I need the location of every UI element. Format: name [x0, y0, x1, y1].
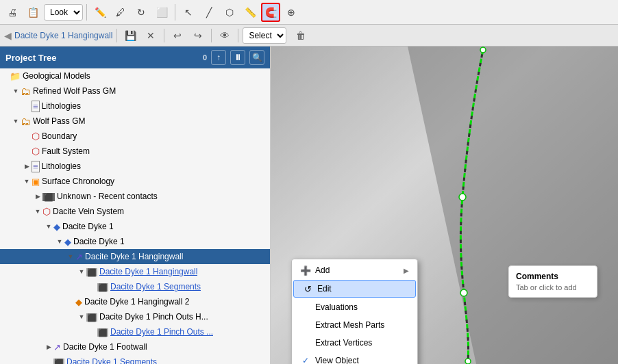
view-btn[interactable]: 👁	[216, 27, 234, 44]
tb-btn-rotate[interactable]: ↻	[132, 3, 151, 22]
tree-item-lithologies-1[interactable]: ≡Lithologies	[0, 99, 270, 114]
viewport-panel[interactable]: ➕ Add ▶ ↺ Edit Evaluations Extract Mesh …	[271, 47, 618, 364]
label-dacite-segments: Dacite Dyke 1 Segments	[110, 282, 201, 291]
tree-item-wolf-pass[interactable]: ▼🗂Wolf Pass GM	[0, 114, 270, 129]
tree-item-fault-system[interactable]: ⬡Fault System	[0, 144, 270, 159]
label-dacite-pinch-h: Dacite Dyke 1 Pinch Outs H...	[99, 312, 208, 322]
cm-eval-label: Evaluations	[315, 302, 358, 312]
tb-btn-print[interactable]: 🖨	[3, 3, 22, 22]
tree-item-unknown-recent[interactable]: ▶⬛Unknown - Recent contacts	[0, 189, 270, 204]
tb-btn-cursor[interactable]: ↖	[179, 3, 198, 22]
tree-up-btn[interactable]: ↑	[211, 50, 226, 65]
icon-boundary: ⬡	[32, 131, 40, 142]
tb-btn-rect[interactable]: ⬜	[152, 3, 171, 22]
look-select[interactable]: Look	[44, 4, 83, 21]
cm-add[interactable]: ➕ Add ▶	[292, 261, 417, 279]
label-dacite-hangingwall-child: Dacite Dyke 1 Hangingwall	[99, 267, 197, 276]
viewport[interactable]: ➕ Add ▶ ↺ Edit Evaluations Extract Mesh …	[271, 47, 618, 364]
cm-evaluations[interactable]: Evaluations	[292, 298, 417, 316]
back-arrow-icon[interactable]: ◀	[4, 30, 12, 41]
cm-extract-mesh[interactable]: Extract Mesh Parts	[292, 316, 417, 334]
cm-view-label: View Object	[315, 356, 359, 364]
expand-refined-wolf[interactable]: ▼	[11, 86, 21, 96]
expand-placeholder-dacite-segments	[88, 282, 97, 291]
expand-placeholder-fault-system	[22, 146, 32, 156]
save-btn[interactable]: 💾	[121, 27, 139, 44]
icon-refined-wolf: 🗂	[21, 86, 31, 97]
expand-dacite-dyke-1a[interactable]: ▼	[44, 222, 53, 231]
tb-btn-line[interactable]: ╱	[199, 3, 219, 22]
expand-dacite-footwall[interactable]: ▶	[44, 342, 53, 352]
tree-item-boundary[interactable]: ⬡Boundary	[0, 129, 270, 144]
tree-pause-btn[interactable]: ⏸	[230, 50, 245, 65]
label-unknown-recent: Unknown - Recent contacts	[57, 192, 158, 201]
tb-btn-extra[interactable]: ⊕	[282, 3, 301, 22]
tb-btn-poly[interactable]: ⬡	[220, 3, 239, 22]
tb-btn-pencil[interactable]: 🖊	[111, 3, 130, 22]
expand-dacite-hangingwall-child[interactable]: ▼	[77, 267, 86, 276]
label-dacite-hangingwall: Dacite Dyke 1 Hangingwall	[85, 252, 183, 261]
et-sep-4	[238, 29, 238, 42]
edit-toolbar: ◀ Dacite Dyke 1 Hangingwall 💾 ✕ ↩ ↪ 👁 Se…	[0, 25, 618, 47]
tree-item-dacite-vein[interactable]: ▼⬡Dacite Vein System	[0, 204, 270, 219]
close-btn[interactable]: ✕	[142, 27, 160, 44]
tree-item-dacite-segments[interactable]: ⬛Dacite Dyke 1 Segments	[0, 279, 270, 294]
expand-wolf-pass[interactable]: ▼	[11, 116, 21, 126]
et-sep-2	[164, 29, 164, 42]
redo-btn[interactable]: ↪	[189, 27, 207, 44]
tree-search-btn[interactable]: 🔍	[249, 50, 264, 65]
cm-edit-icon: ↺	[302, 284, 313, 294]
tb-btn-draw[interactable]: ✏️	[90, 3, 110, 22]
tree-item-dacite-hangingwall-child[interactable]: ▼⬛Dacite Dyke 1 Hangingwall	[0, 264, 270, 279]
expand-lithologies-2[interactable]: ▶	[22, 161, 32, 171]
select-mode[interactable]: Select	[243, 27, 286, 44]
delete-btn[interactable]: 🗑	[292, 27, 310, 44]
expand-dacite-vein[interactable]: ▼	[33, 207, 42, 216]
tree-item-dacite-segments-2[interactable]: ⬛Dacite Dyke 1 Segments	[0, 354, 270, 364]
tb-btn-magnet[interactable]: 🧲	[261, 3, 280, 22]
label-dacite-dyke-1b: Dacite Dyke 1	[73, 237, 125, 246]
project-tree-panel: Project Tree 0 ↑ ⏸ 🔍 📁Geological Models▼…	[0, 47, 271, 364]
expand-surface-chron[interactable]: ▼	[22, 177, 32, 186]
expand-dacite-hangingwall[interactable]: ▼	[66, 252, 75, 261]
tree-item-dacite-pinch-h[interactable]: ▼⬛Dacite Dyke 1 Pinch Outs H...	[0, 309, 270, 324]
icon-lithologies-1: ≡	[32, 101, 40, 112]
tb-btn-copy[interactable]: 📋	[23, 3, 42, 22]
expand-unknown-recent[interactable]: ▶	[33, 192, 42, 201]
label-boundary: Boundary	[42, 131, 77, 141]
expand-dacite-pinch-h[interactable]: ▼	[77, 312, 86, 322]
label-fault-system: Fault System	[42, 146, 90, 156]
cm-edit[interactable]: ↺ Edit	[293, 280, 416, 298]
label-lithologies-2: Lithologies	[42, 161, 81, 171]
tree-item-geological-models[interactable]: 📁Geological Models	[0, 68, 270, 83]
cm-extract-vertices[interactable]: Extract Vertices	[292, 334, 417, 352]
icon-fault-system: ⬡	[32, 146, 40, 157]
label-dacite-pinch-child: Dacite Dyke 1 Pinch Outs ...	[110, 327, 213, 337]
label-wolf-pass: Wolf Pass GM	[33, 116, 85, 126]
tree-item-lithologies-2[interactable]: ▶≡Lithologies	[0, 159, 270, 174]
context-menu: ➕ Add ▶ ↺ Edit Evaluations Extract Mesh …	[291, 259, 418, 364]
label-refined-wolf: Refined Wolf Pass GM	[33, 86, 116, 96]
tree-item-dacite-footwall[interactable]: ▶↗Dacite Dyke 1 Footwall	[0, 339, 270, 354]
tree-item-dacite-dyke-1b[interactable]: ▼◆Dacite Dyke 1	[0, 234, 270, 249]
tree-item-refined-wolf[interactable]: ▼🗂Refined Wolf Pass GM	[0, 83, 270, 99]
cm-view-icon: ✓	[300, 356, 311, 364]
expand-placeholder-boundary	[22, 131, 32, 141]
expand-placeholder-dacite-pinch-child	[88, 327, 97, 337]
label-lithologies-1: Lithologies	[42, 101, 81, 111]
expand-placeholder-lithologies-1	[22, 101, 32, 111]
tree-count: 0	[203, 53, 207, 62]
tree-header: Project Tree 0 ↑ ⏸ 🔍	[0, 47, 270, 68]
edit-path-link[interactable]: Dacite Dyke 1 Hangingwall	[14, 31, 112, 40]
icon-surface-chron: ▣	[32, 177, 40, 187]
cm-view-object[interactable]: ✓ View Object	[292, 352, 417, 364]
tree-item-dacite-pinch-child[interactable]: ⬛Dacite Dyke 1 Pinch Outs ...	[0, 324, 270, 339]
tree-item-dacite-hangingwall[interactable]: ▼↗Dacite Dyke 1 Hangingwall	[0, 249, 270, 264]
expand-dacite-dyke-1b[interactable]: ▼	[55, 237, 64, 246]
undo-btn[interactable]: ↩	[169, 27, 186, 44]
tree-item-surface-chron[interactable]: ▼▣Surface Chronology	[0, 174, 270, 189]
icon-dacite-footwall: ↗	[53, 342, 61, 352]
tree-item-dacite-dyke-1a[interactable]: ▼◆Dacite Dyke 1	[0, 219, 270, 234]
tb-btn-measure[interactable]: 📏	[240, 3, 260, 22]
tree-item-dacite-hangingwall-2[interactable]: ◆Dacite Dyke 1 Hangingwall 2	[0, 294, 270, 309]
